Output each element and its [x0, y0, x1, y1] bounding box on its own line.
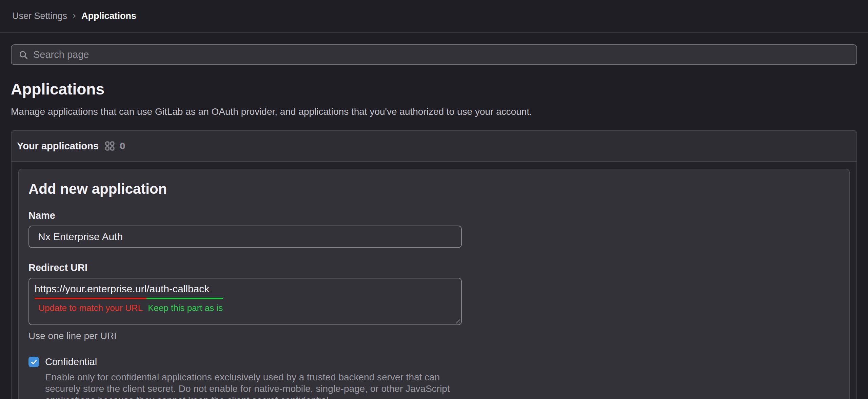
top-bar: User Settings › Applications — [0, 0, 868, 33]
add-application-card: Add new application Name Redirect URI ht… — [18, 169, 850, 399]
annotation-update-url: Update to match your URL — [35, 303, 146, 313]
redirect-uri-textarea[interactable]: https://your.enterprise.url /auth-callba… — [28, 278, 462, 325]
checkmark-icon — [30, 358, 38, 366]
confidential-row: Confidential Enable only for confidentia… — [28, 356, 462, 399]
confidential-description: Enable only for confidential application… — [45, 372, 461, 399]
breadcrumb: User Settings › Applications — [12, 11, 136, 21]
redirect-uri-content: https://your.enterprise.url /auth-callba… — [35, 283, 456, 313]
annotation-keep-part: Keep this part as is — [146, 303, 223, 313]
page-description: Manage applications that can use GitLab … — [11, 106, 857, 117]
your-applications-panel: Your applications 0 Add new application … — [11, 130, 857, 399]
applications-grid-icon — [105, 141, 115, 151]
confidential-label[interactable]: Confidential — [45, 356, 97, 367]
breadcrumb-applications: Applications — [81, 11, 136, 21]
name-input[interactable] — [28, 226, 462, 248]
uri-path-part-green-underlined: /auth-callback — [146, 283, 223, 299]
name-label: Name — [28, 210, 462, 221]
confidential-checkbox[interactable] — [28, 357, 39, 367]
add-application-title: Add new application — [28, 181, 840, 197]
redirect-uri-label: Redirect URI — [28, 262, 462, 273]
panel-title: Your applications — [17, 141, 99, 152]
confidential-text-block: Confidential Enable only for confidentia… — [45, 356, 461, 399]
textarea-resize-grip[interactable] — [454, 317, 460, 323]
add-application-form: Name Redirect URI https://your.enterpris… — [28, 210, 462, 399]
redirect-uri-help: Use one line per URI — [28, 331, 462, 341]
search-icon — [18, 50, 28, 60]
main-content: Applications Manage applications that ca… — [0, 44, 868, 399]
search-box[interactable] — [11, 44, 857, 65]
chevron-right-icon: › — [73, 10, 76, 20]
applications-count-badge: 0 — [120, 141, 125, 152]
page-title: Applications — [11, 80, 857, 98]
breadcrumb-user-settings[interactable]: User Settings — [12, 11, 67, 21]
search-input[interactable] — [33, 49, 850, 60]
panel-header: Your applications 0 — [12, 131, 856, 162]
panel-body: Add new application Name Redirect URI ht… — [12, 162, 856, 399]
uri-host-part-red-underlined: https://your.enterprise.url — [35, 283, 146, 299]
